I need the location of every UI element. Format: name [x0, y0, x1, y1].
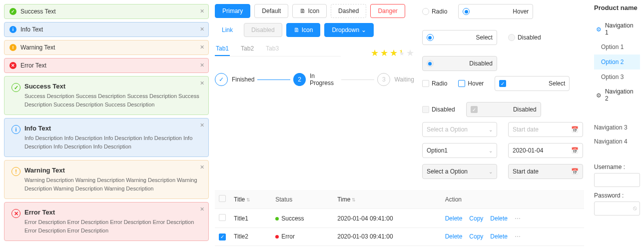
star-half-icon[interactable]: ★★	[399, 48, 405, 58]
close-icon[interactable]: ✕	[200, 122, 204, 128]
row-checkbox[interactable]	[219, 234, 226, 240]
checkbox-unchecked[interactable]: Radio	[422, 76, 447, 91]
input-value: 2020-01-04	[513, 147, 543, 154]
nav-label: Navigation 2	[605, 88, 638, 102]
close-icon[interactable]: ✕	[200, 80, 204, 86]
sort-icon[interactable]: ⇅	[352, 198, 356, 202]
cell-status: Error	[271, 228, 333, 246]
checkbox-icon	[422, 80, 429, 87]
close-icon[interactable]: ✕	[200, 62, 204, 68]
radio-select[interactable]: Select	[422, 30, 497, 45]
radio-hover[interactable]: Hover	[458, 4, 533, 19]
tab-1[interactable]: Tab1	[215, 42, 230, 56]
input-placeholder: Start date	[513, 168, 539, 175]
step-finished[interactable]: ✓Finished	[215, 73, 254, 86]
radio-disabled: Disabled	[508, 30, 541, 45]
table-row: Title1Success2020-01-04 09:41:00DeleteCo…	[215, 209, 584, 228]
select-placeholder[interactable]: Select a Option⌄	[422, 122, 497, 137]
danger-button[interactable]: Danger	[370, 4, 405, 18]
primary-button[interactable]: Primary	[215, 4, 250, 18]
icon-button[interactable]: 🗎Icon	[292, 4, 327, 18]
close-icon[interactable]: ✕	[200, 26, 204, 32]
button-label: Dropdown	[332, 26, 359, 34]
calendar-icon: 📅	[571, 168, 579, 175]
alert-warning-desc: !Warning TextWarning Description Warning…	[4, 160, 209, 199]
alert-success-desc: ✓Success TextSuccess Description Success…	[4, 76, 209, 115]
step-waiting[interactable]: 3Waiting	[377, 73, 414, 86]
checkbox-select[interactable]: Select	[495, 76, 570, 91]
close-icon[interactable]: ✕	[200, 206, 204, 212]
chevron-down-icon: ⌄	[489, 127, 493, 132]
radio-unchecked[interactable]: Radio	[422, 4, 447, 19]
nav-1[interactable]: ⚙Navigation 1	[594, 18, 640, 40]
step-inprogress[interactable]: 2In Progress	[293, 72, 338, 86]
header-action: Action	[441, 190, 584, 209]
radio-icon	[508, 34, 515, 41]
default-button[interactable]: Default	[254, 4, 288, 18]
option-3[interactable]: Option 3	[594, 70, 640, 84]
option-1[interactable]: Option 1	[594, 40, 640, 54]
chevron-down-icon: ⌄	[489, 148, 493, 154]
file-icon: 🗎	[294, 26, 300, 34]
copy-action[interactable]: Copy	[469, 215, 483, 222]
close-icon[interactable]: ✕	[200, 8, 204, 14]
alert-success: ✓Success Text✕	[4, 4, 209, 19]
nav-4[interactable]: Navigation 4	[594, 134, 640, 148]
radio-disabled-checked: Disabled	[422, 56, 497, 71]
delete-action[interactable]: Delete	[445, 233, 463, 240]
tab-2[interactable]: Tab2	[240, 42, 255, 56]
nav-2[interactable]: ⚙Navigation 2	[594, 84, 640, 106]
cell-status: Success	[271, 209, 333, 228]
close-icon[interactable]: ✕	[200, 44, 204, 50]
delete-action[interactable]: Delete	[490, 233, 508, 240]
nav-label: Navigation 1	[605, 22, 638, 36]
delete-action[interactable]: Delete	[445, 215, 463, 222]
star-icon[interactable]: ★	[390, 48, 398, 58]
close-icon[interactable]: ✕	[200, 164, 204, 170]
delete-action[interactable]: Delete	[490, 215, 508, 222]
header-time[interactable]: Time⇅	[333, 190, 441, 209]
nav-3[interactable]: Navigation 3	[594, 120, 640, 134]
sidebar-title: Product name	[594, 4, 640, 12]
alert-text: Error Text	[20, 62, 46, 69]
option-2[interactable]: Option 2	[594, 54, 640, 70]
alert-error: ✕Error Text✕	[4, 58, 209, 73]
star-icon[interactable]: ★	[380, 48, 388, 58]
alert-desc: Warning Description Warning Description …	[24, 176, 201, 192]
select-option1[interactable]: Option1⌄	[422, 143, 497, 158]
checkbox-hover[interactable]: Hover	[458, 76, 484, 91]
link-button[interactable]: Link	[215, 24, 240, 36]
date-input-value[interactable]: 2020-01-04📅	[508, 143, 583, 158]
cell-title: Title2	[230, 228, 271, 246]
rating-stars[interactable]: ★★★★★★	[371, 48, 414, 58]
dropdown-button[interactable]: Dropdown⌄	[324, 23, 374, 37]
radio-label: Hover	[513, 8, 529, 15]
more-icon[interactable]: ⋯	[515, 233, 522, 240]
checkbox-icon	[458, 80, 465, 87]
date-input[interactable]: Start date📅	[508, 122, 583, 137]
checkbox-icon	[471, 106, 478, 113]
header-title[interactable]: Title⇅	[230, 190, 271, 209]
sort-icon[interactable]: ⇅	[246, 198, 250, 202]
radio-label: Disabled	[469, 60, 493, 67]
cell-time: 2020-01-04 09:41:00	[333, 209, 441, 228]
icon-primary-button[interactable]: 🗎Icon	[286, 23, 321, 37]
alert-desc: Success Description Success Description …	[24, 92, 201, 108]
chevron-down-icon: ⌄	[361, 26, 366, 34]
username-label: Username :	[594, 164, 640, 170]
star-icon[interactable]: ★	[406, 48, 414, 58]
step-connector	[257, 80, 290, 80]
more-icon[interactable]: ⋯	[515, 215, 522, 222]
alert-title: Info Text	[24, 124, 201, 132]
username-input[interactable]	[594, 173, 640, 187]
copy-action[interactable]: Copy	[469, 233, 483, 240]
checkbox-all[interactable]	[219, 195, 226, 202]
eye-off-icon[interactable]: ⦸	[633, 204, 637, 212]
row-checkbox[interactable]	[219, 214, 226, 221]
cell-title: Title3	[230, 246, 271, 251]
file-icon: 🗎	[300, 8, 306, 14]
star-icon[interactable]: ★	[371, 48, 379, 58]
radio-icon	[427, 60, 434, 67]
alert-title: Success Text	[24, 82, 201, 90]
dashed-button[interactable]: Dashed	[331, 4, 366, 18]
